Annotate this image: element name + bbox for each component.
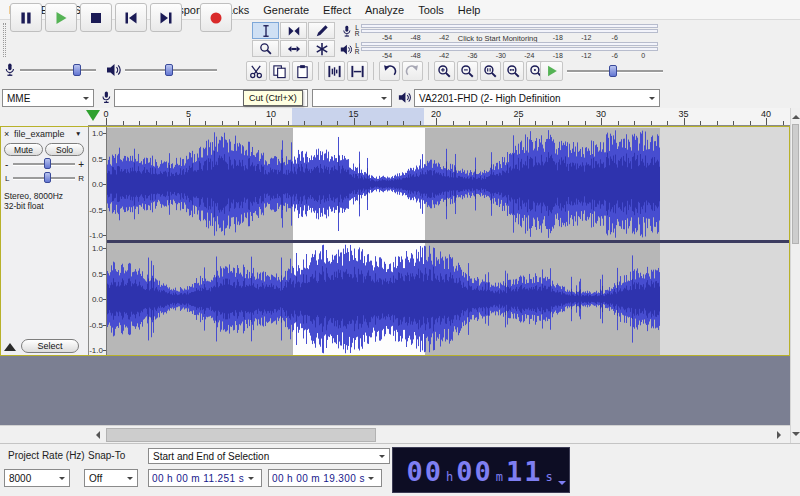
silence-audio-button[interactable] (347, 61, 368, 81)
paste-button[interactable] (292, 61, 313, 81)
track-close-button[interactable]: × (4, 129, 9, 139)
chevron-down-icon (83, 97, 89, 103)
zoom-tool-button[interactable] (252, 40, 279, 57)
recording-channels-dropdown[interactable] (312, 89, 392, 107)
slider-thumb[interactable] (73, 64, 81, 76)
track-select-button[interactable]: Select (21, 339, 79, 353)
timeshift-tool-button[interactable] (280, 40, 307, 57)
waveform-left[interactable] (107, 128, 660, 240)
position-minutes: 00 (456, 456, 493, 487)
redo-icon (405, 64, 420, 79)
pan-slider[interactable] (13, 171, 75, 185)
selection-end-value: 00 h 00 m 19.300 s (272, 473, 365, 484)
vertical-scrollbar[interactable] (790, 108, 800, 443)
vertical-ruler[interactable]: 1.00.50.0-0.5-1.01.00.50.0-0.5-1.0 (89, 127, 107, 355)
cut-button[interactable] (246, 61, 267, 81)
undo-button[interactable] (379, 61, 400, 81)
playback-device-dropdown[interactable]: VA2201-FHD (2- High Definition (414, 89, 660, 107)
meter-bar-right (361, 29, 658, 33)
horizontal-scroll-thumb[interactable] (106, 428, 376, 442)
scroll-down-button[interactable] (788, 429, 800, 443)
up-arrow-icon (792, 111, 800, 119)
scroll-right-button[interactable] (773, 427, 789, 443)
slider-thumb[interactable] (44, 158, 51, 169)
fit-project-button[interactable] (503, 61, 524, 81)
waveform-channel-left[interactable] (107, 128, 789, 240)
waveform-area[interactable] (107, 127, 789, 355)
playback-volume-slider[interactable] (125, 63, 217, 77)
vruler-label: -0.5 (89, 320, 103, 329)
waveform-channel-right[interactable] (107, 243, 789, 355)
menu-item-tools[interactable]: Tools (411, 1, 451, 19)
skip-to-end-button[interactable] (150, 3, 182, 32)
ruler-tick (634, 121, 635, 125)
skip-to-start-button[interactable] (115, 3, 147, 32)
vertical-scroll-thumb[interactable] (792, 124, 799, 244)
scroll-left-button[interactable] (88, 427, 104, 443)
recording-meter[interactable]: LR Click to Start Monitoring -54-48-42-1… (340, 24, 658, 41)
audio-host-dropdown[interactable]: MME (2, 89, 94, 107)
menu-item-effect[interactable]: Effect (316, 1, 358, 19)
zoom-in-button[interactable] (434, 61, 455, 81)
slider-thumb[interactable] (165, 64, 173, 76)
selection-end-field[interactable]: 00 h 00 m 19.300 s (268, 469, 382, 487)
multi-tool-button[interactable] (308, 40, 335, 57)
selection-mode-dropdown[interactable]: Start and End of Selection (148, 448, 390, 464)
trim-audio-button[interactable] (324, 61, 345, 81)
vruler-label: 1.0 (92, 244, 103, 253)
track-title[interactable]: file_example (14, 129, 65, 139)
pause-button[interactable] (10, 3, 42, 32)
stop-button[interactable] (80, 3, 112, 32)
playback-meter-body[interactable]: -54-48-42-36-30-24-18-12-60 (361, 42, 658, 61)
pinned-playhead-icon[interactable] (86, 110, 100, 121)
menu-item-generate[interactable]: Generate (256, 1, 316, 19)
waveform-right[interactable] (107, 243, 660, 355)
skip-end-icon (158, 10, 174, 26)
selection-tool-button[interactable] (252, 22, 279, 39)
playback-meter[interactable]: LR -54-48-42-36-30-24-18-12-60 (340, 42, 658, 59)
collapse-track-icon[interactable] (4, 343, 16, 351)
separator (318, 62, 319, 80)
redo-button[interactable] (402, 61, 423, 81)
recording-meter-body[interactable]: Click to Start Monitoring -54-48-42-18-1… (361, 24, 658, 43)
draw-tool-button[interactable] (308, 22, 335, 39)
ruler-tick (370, 121, 371, 125)
project-rate-dropdown[interactable]: 8000 (4, 469, 70, 487)
gain-slider[interactable] (13, 157, 75, 171)
ruler-tick (568, 121, 569, 125)
horizontal-scrollbar[interactable] (0, 425, 790, 443)
selection-start-field[interactable]: 00 h 00 m 11.251 s (148, 469, 262, 487)
play-at-speed-button[interactable] (540, 61, 563, 81)
audio-position-display[interactable]: 00 h 00 m 11 s (392, 447, 570, 493)
meter-scale-number: -36 (467, 52, 477, 59)
slider-thumb[interactable] (44, 172, 51, 183)
solo-button[interactable]: Solo (45, 143, 84, 156)
copy-button[interactable] (269, 61, 290, 81)
snap-to-dropdown[interactable]: Off (84, 469, 138, 487)
ibeam-icon (259, 24, 273, 38)
audio-host-value: MME (7, 93, 30, 104)
ruler-label: 15 (348, 109, 358, 119)
fit-selection-button[interactable] (480, 61, 501, 81)
record-button[interactable] (200, 3, 232, 32)
vruler-tick (103, 248, 106, 249)
play-button[interactable] (45, 3, 77, 32)
right-arrow-icon (777, 431, 785, 439)
timeline-ruler[interactable]: 0510152025303540 (88, 108, 790, 126)
stop-icon (88, 10, 104, 26)
vruler-tick (103, 235, 106, 236)
scroll-up-button[interactable] (788, 108, 800, 122)
slider-thumb[interactable] (609, 65, 617, 77)
recording-volume-slider[interactable] (20, 63, 96, 77)
speaker-icon (398, 90, 412, 105)
menu-item-analyze[interactable]: Analyze (358, 1, 411, 19)
zoom-out-button[interactable] (457, 61, 478, 81)
menu-item-help[interactable]: Help (451, 1, 488, 19)
envelope-tool-button[interactable] (280, 22, 307, 39)
mute-button[interactable]: Mute (4, 143, 43, 156)
vruler-tick (103, 325, 106, 326)
toolbar-grabber[interactable] (3, 23, 6, 57)
play-speed-slider[interactable] (567, 64, 663, 78)
meter-scale-number: -54 (382, 34, 392, 41)
track-menu-arrow[interactable]: ▼ (75, 130, 81, 137)
